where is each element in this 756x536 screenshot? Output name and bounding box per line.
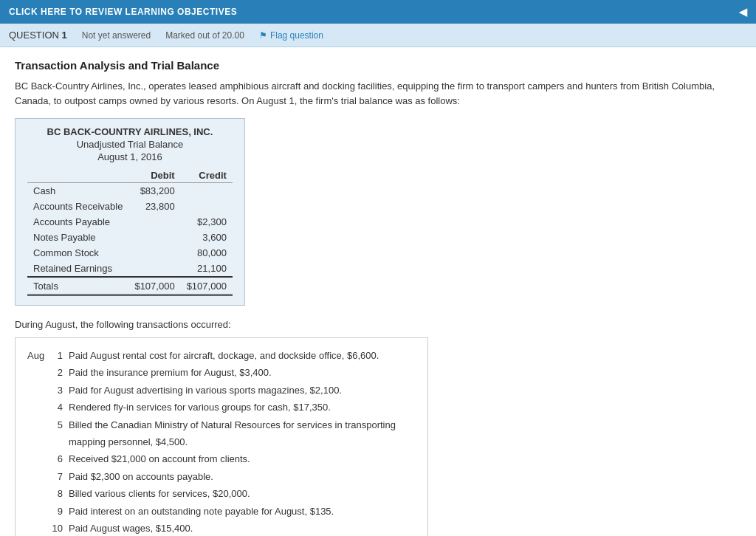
flag-question-button[interactable]: ⚑ Flag question xyxy=(259,30,323,41)
account-name: Accounts Payable xyxy=(27,214,128,230)
debit-value xyxy=(128,230,180,245)
question-number: 1 xyxy=(62,30,67,41)
trans-month xyxy=(27,382,51,399)
list-item: 4Rendered fly-in services for various gr… xyxy=(27,399,416,416)
trans-number: 7 xyxy=(51,468,69,485)
list-item: 6Received $21,000 on account from client… xyxy=(27,450,416,467)
trans-text: Paid the insurance premium for August, $… xyxy=(69,364,416,381)
trans-number: 5 xyxy=(51,416,69,451)
question-status: Not yet answered xyxy=(82,30,151,41)
trans-text: Paid August wages, $15,400. xyxy=(69,520,416,536)
trans-number: 2 xyxy=(51,364,69,381)
top-bar-label: CLICK HERE TO REVIEW LEARNING OBJECTIVES xyxy=(9,7,237,17)
list-item: 10Paid August wages, $15,400. xyxy=(27,520,416,536)
table-row: Accounts Payable$2,300 xyxy=(27,214,233,230)
table-row: Accounts Receivable23,800 xyxy=(27,199,233,214)
main-content: Transaction Analysis and Trial Balance B… xyxy=(0,47,756,536)
account-name: Notes Payable xyxy=(27,230,128,245)
total-debit: $107,000 xyxy=(128,277,180,295)
trans-month xyxy=(27,503,51,520)
trans-month xyxy=(27,399,51,416)
total-credit: $107,000 xyxy=(181,277,233,295)
list-item: 2Paid the insurance premium for August, … xyxy=(27,364,416,381)
account-header xyxy=(27,168,128,183)
debit-value xyxy=(128,245,180,261)
account-name: Accounts Receivable xyxy=(27,199,128,214)
trans-number: 8 xyxy=(51,485,69,502)
list-item: 8Billed various clients for services, $2… xyxy=(27,485,416,502)
trans-text: Received $21,000 on account from clients… xyxy=(69,450,416,467)
question-marked: Marked out of 20.00 xyxy=(165,30,244,41)
credit-value: 21,100 xyxy=(181,261,233,277)
totals-row: Totals $107,000 $107,000 xyxy=(27,277,233,295)
trans-text: Paid $2,300 on accounts payable. xyxy=(69,468,416,485)
tb-company: BC BACK-COUNTRY AIRLINES, INC. xyxy=(27,126,233,137)
trans-number: 6 xyxy=(51,450,69,467)
transactions-box: Aug1Paid August rental cost for aircraft… xyxy=(15,337,428,536)
total-label: Totals xyxy=(27,277,128,295)
account-name: Retained Earnings xyxy=(27,261,128,277)
credit-value xyxy=(181,199,233,214)
list-item: 5Billed the Canadian Ministry of Natural… xyxy=(27,416,416,451)
page-title: Transaction Analysis and Trial Balance xyxy=(15,59,741,72)
question-bar: QUESTION 1 Not yet answered Marked out o… xyxy=(0,24,756,47)
debit-value xyxy=(128,214,180,230)
question-prefix: QUESTION 1 xyxy=(9,30,67,41)
trans-number: 3 xyxy=(51,382,69,399)
table-row: Cash$83,200 xyxy=(27,183,233,199)
tb-date: August 1, 2016 xyxy=(27,151,233,162)
trans-month xyxy=(27,416,51,451)
list-item: Aug1Paid August rental cost for aircraft… xyxy=(27,347,416,364)
list-item: 3Paid for August advertising in various … xyxy=(27,382,416,399)
trans-month xyxy=(27,468,51,485)
trans-text: Billed various clients for services, $20… xyxy=(69,485,416,502)
trans-text: Paid interest on an outstanding note pay… xyxy=(69,503,416,520)
debit-value: 23,800 xyxy=(128,199,180,214)
trans-number: 4 xyxy=(51,399,69,416)
trans-month xyxy=(27,520,51,536)
intro-text: BC Back-Country Airlines, Inc., operates… xyxy=(15,79,741,108)
credit-value: 80,000 xyxy=(181,245,233,261)
trans-text: Paid August rental cost for aircraft, do… xyxy=(69,347,416,364)
table-row: Common Stock80,000 xyxy=(27,245,233,261)
debit-header: Debit xyxy=(128,168,180,183)
trans-month xyxy=(27,364,51,381)
top-bar[interactable]: CLICK HERE TO REVIEW LEARNING OBJECTIVES… xyxy=(0,0,756,24)
account-name: Common Stock xyxy=(27,245,128,261)
list-item: 7Paid $2,300 on accounts payable. xyxy=(27,468,416,485)
account-name: Cash xyxy=(27,183,128,199)
trans-month: Aug xyxy=(27,347,51,364)
trans-text: Paid for August advertising in various s… xyxy=(69,382,416,399)
transactions-intro: During August, the following transaction… xyxy=(15,319,741,330)
trans-month xyxy=(27,485,51,502)
trans-number: 9 xyxy=(51,503,69,520)
credit-value xyxy=(181,183,233,199)
trial-balance-container: BC BACK-COUNTRY AIRLINES, INC. Unadjuste… xyxy=(15,118,245,306)
tb-subtitle: Unadjusted Trial Balance xyxy=(27,139,233,150)
debit-value xyxy=(128,261,180,277)
trial-balance-table: Debit Credit Cash$83,200Accounts Receiva… xyxy=(27,168,233,296)
credit-value: $2,300 xyxy=(181,214,233,230)
debit-value: $83,200 xyxy=(128,183,180,199)
trans-number: 10 xyxy=(51,520,69,536)
credit-header: Credit xyxy=(181,168,233,183)
collapse-icon: ◀ xyxy=(739,6,748,18)
trans-number: 1 xyxy=(51,347,69,364)
table-row: Retained Earnings21,100 xyxy=(27,261,233,277)
trans-month xyxy=(27,450,51,467)
table-row: Notes Payable3,600 xyxy=(27,230,233,245)
trans-text: Billed the Canadian Ministry of Natural … xyxy=(69,416,416,451)
list-item: 9Paid interest on an outstanding note pa… xyxy=(27,503,416,520)
trans-text: Rendered fly-in services for various gro… xyxy=(69,399,416,416)
flag-icon: ⚑ xyxy=(259,30,267,41)
credit-value: 3,600 xyxy=(181,230,233,245)
